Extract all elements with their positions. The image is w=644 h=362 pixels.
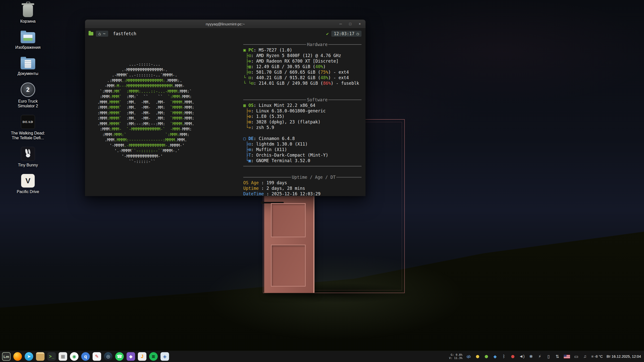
fastfetch-row: DateTime : 2025-12-16 12:03:29 xyxy=(243,191,361,196)
light-blue-app[interactable]: ◈ xyxy=(160,352,169,361)
home-icon: ⌂ xyxy=(98,31,101,36)
window-title: nyyyaq@linuxmint-pc:~ xyxy=(206,22,245,26)
desktop-icon-twd[interactable]: DEADThe Walking Dead: The Telltale Defi.… xyxy=(9,115,47,140)
minimize-button[interactable]: ─ xyxy=(338,22,343,26)
desktop-icon-pacific[interactable]: VPacific Drive xyxy=(9,174,47,194)
fastfetch-section-header: Software xyxy=(243,97,361,103)
qbittorrent[interactable]: q xyxy=(81,352,90,361)
fastfetch-row: ├⊟: 501.70 GiB / 669.65 GiB (75%) - ext4 xyxy=(243,69,361,75)
maps-glyph: ◉ xyxy=(72,354,76,359)
app-grid[interactable]: ▦ xyxy=(59,352,67,361)
door-panel-top xyxy=(271,203,305,238)
fastfetch-row: ├⊡: AMD Ryzen 5 8400F (12) @ 4.76 GHz xyxy=(243,53,361,58)
volume-icon[interactable]: ◄) xyxy=(519,351,525,362)
icon-glyph-text: DEAD xyxy=(23,120,33,124)
icon-glyph-text: V xyxy=(25,176,30,185)
light-blue-app-glyph: ◈ xyxy=(163,354,167,359)
telegram-glyph: ➤ xyxy=(27,354,31,359)
clock[interactable]: Вт 16.12.2025, 12:04 xyxy=(607,351,641,362)
bunny-icon xyxy=(21,147,35,161)
shell-prompt: ⌂ ~ fastfetch ✔ 12:03:17 ◷ xyxy=(89,30,361,37)
prompt-time-chip: 12:03:17 ◷ xyxy=(331,31,361,37)
snowflake-icon[interactable]: ❄ xyxy=(529,351,534,362)
taskbar-apps: Lm➤>_▦◉q✎◎☎◆J≋◈ xyxy=(2,352,169,361)
desktop: КорзинаИзображенияДокументы2Euro Truck S… xyxy=(0,0,644,362)
desktop-icon-label: Euro Truck Simulator 2 xyxy=(9,99,47,108)
bluetooth-icon[interactable]: ᛒ xyxy=(501,351,506,362)
mint-menu-button-glyph: Lm xyxy=(4,354,9,359)
fastfetch-row: └»: zsh 5.9 xyxy=(243,125,361,130)
purple-app[interactable]: ◆ xyxy=(127,352,135,361)
fastfetch-row: └▣: GNOME Terminal 3.52.0 xyxy=(243,158,361,163)
text-editor-glyph: ✎ xyxy=(95,354,99,359)
desktop-icon-ets2[interactable]: 2Euro Truck Simulator 2 xyxy=(9,82,47,108)
door-panel-bottom xyxy=(271,245,305,287)
ets2-icon: 2 xyxy=(21,82,35,97)
desktop-icon-label: Корзина xyxy=(20,19,36,24)
mint-menu-button[interactable]: Lm xyxy=(2,352,11,361)
fastfetch-row: ▦ OS: Linux Mint 22.2 x86_64 xyxy=(243,103,361,108)
desktop-icon-label: Tiny Bunny xyxy=(18,163,38,167)
desktop-icon-label: The Walking Dead: The Telltale Defi... xyxy=(9,131,47,140)
steam-glyph: ◎ xyxy=(106,354,110,359)
close-button[interactable]: × xyxy=(357,22,362,26)
fastfetch-row: ├⊡: lightdm 1.30.0 (X11) xyxy=(243,141,361,147)
current-directory-chip: ⌂ ~ xyxy=(96,31,108,37)
desktop-icon-bunny[interactable]: Tiny Bunny xyxy=(9,147,47,167)
clock-icon: ◷ xyxy=(356,31,359,36)
jdownloader[interactable]: J xyxy=(138,352,146,361)
folder-icon xyxy=(89,32,93,35)
maps[interactable]: ◉ xyxy=(70,352,78,361)
desktop-icon-folder-documents[interactable]: Документы xyxy=(9,56,47,76)
status-ok-icon: ✔ xyxy=(326,31,329,36)
window-buttons: ─ □ × xyxy=(338,20,362,28)
gpu-usage-monitor[interactable]: G: 0.8%V: 11.3% xyxy=(449,351,462,362)
desktop-icon-folder-pictures[interactable]: Изображения xyxy=(9,30,47,50)
prompt-time: 12:03:17 xyxy=(334,31,354,36)
whatsapp[interactable]: ☎ xyxy=(115,352,124,361)
fastfetch-row: ├⊚: AMD Radeon RX 6700 XT [Discrete] xyxy=(243,58,361,64)
qbittorrent-tray-icon[interactable]: qb xyxy=(466,351,471,362)
fastfetch-row: ▣ PC: MS-7E27 (1.0) xyxy=(243,47,361,53)
updates-icon[interactable]: ⇅ xyxy=(555,351,560,362)
terminal-titlebar[interactable]: nyyyaq@linuxmint-pc:~ ─ □ × xyxy=(85,20,366,28)
indicator-red-icon[interactable] xyxy=(510,351,515,362)
terminal-window: nyyyaq@linuxmint-pc:~ ─ □ × ⌂ ~ fastfetc… xyxy=(85,20,366,196)
fastfetch-row: ├⊙: Linux 6.18.0-061800-generic xyxy=(243,108,361,114)
desktop-icons: КорзинаИзображенияДокументы2Euro Truck S… xyxy=(9,4,47,194)
fastfetch-row: ├⊞: 3028 (dpkg), 23 (flatpak) xyxy=(243,119,361,125)
indicator-green-icon[interactable] xyxy=(484,351,489,362)
indicator-yellow-icon[interactable] xyxy=(475,351,480,362)
mouse-icon[interactable]: ▯ xyxy=(546,351,551,362)
keyboard-layout-flag[interactable] xyxy=(564,355,570,358)
spotify[interactable]: ≋ xyxy=(149,352,158,361)
steam[interactable]: ◎ xyxy=(104,352,112,361)
taskbar: Lm➤>_▦◉q✎◎☎◆J≋◈ G: 0.8%V: 11.3%qb◆ᛒ◄)❄⚡▯… xyxy=(0,351,644,362)
text-editor[interactable]: ✎ xyxy=(93,352,101,361)
display-icon[interactable]: ▭ xyxy=(574,351,579,362)
terminal-launcher[interactable]: >_ xyxy=(47,352,56,361)
fastfetch-row: Uptime : 2 days, 28 mins xyxy=(243,186,361,191)
app-grid-glyph: ▦ xyxy=(61,354,65,359)
fastfetch-section-header: Hardware xyxy=(243,42,361,47)
pacific-icon: V xyxy=(21,174,35,188)
fastfetch-ascii-logo: ...-:::::-... .-MMMMMMMMMMMMMMM-. .-MMMM… xyxy=(97,62,194,164)
terminal-content[interactable]: ⌂ ~ fastfetch ✔ 12:03:17 ◷ ...-:::::-... xyxy=(85,28,366,196)
folder-pictures-icon xyxy=(21,32,35,43)
telegram[interactable]: ➤ xyxy=(25,352,33,361)
desktop-icon-label: Pacific Drive xyxy=(17,189,39,194)
fastfetch-row: └ ⊟: 440.21 GiB / 915.82 GiB (48%) - ext… xyxy=(243,75,361,80)
desktop-icon-trash[interactable]: Корзина xyxy=(9,4,47,24)
shield-icon[interactable]: ◆ xyxy=(493,351,498,362)
maximize-button[interactable]: □ xyxy=(348,22,352,26)
firefox[interactable] xyxy=(13,352,22,361)
power-icon[interactable]: ⚡ xyxy=(537,351,542,362)
music-note-icon[interactable]: ♫ xyxy=(583,351,588,362)
fastfetch-divider xyxy=(243,163,361,169)
fastfetch-row: ├▥: 12.49 GiB / 30.95 GiB (40%) xyxy=(243,64,361,69)
file-manager[interactable] xyxy=(36,352,45,361)
trash-icon xyxy=(23,5,33,17)
weather-indicator[interactable]: ≡ -8 °C xyxy=(591,351,603,362)
purple-app-glyph: ◆ xyxy=(129,354,133,359)
fastfetch-row: ├T: Orchis-Dark-Compact (Mint-Y) xyxy=(243,152,361,158)
